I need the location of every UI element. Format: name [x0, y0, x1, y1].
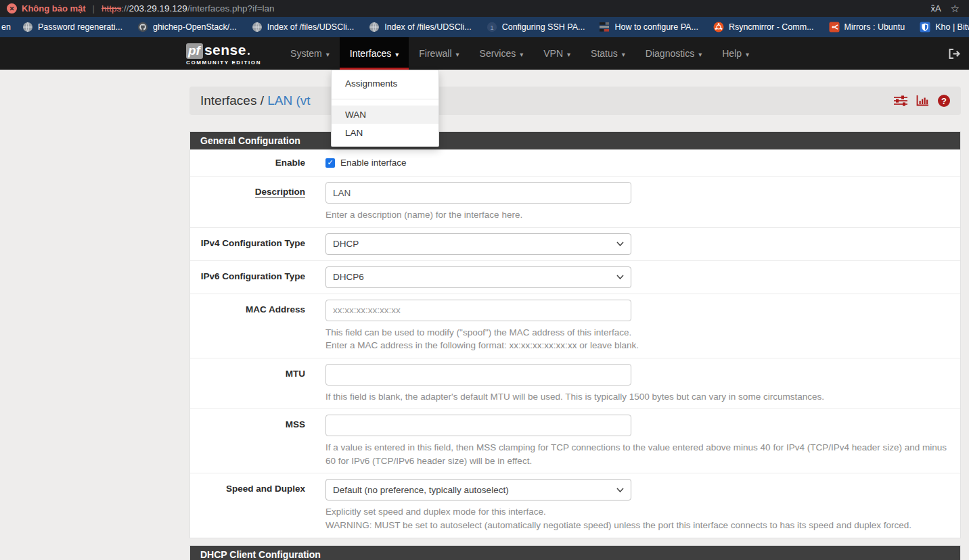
checkbox-label[interactable]: Enable interface [340, 158, 407, 168]
ipv6-configuration-type-select[interactable]: DHCP6 [325, 266, 631, 288]
nav-label: Diagnostics [646, 48, 694, 59]
sliders-icon[interactable] [894, 95, 907, 106]
chevron-down-icon: ▾ [326, 51, 330, 58]
mac-address-row: MAC Address This field can be used to mo… [190, 294, 960, 358]
grid-icon [600, 22, 610, 32]
chevron-down-icon: ▾ [456, 51, 459, 58]
browser-address-bar: ✕ Không bảo mật | https://203.29.19.129/… [0, 0, 969, 17]
bookmark-item[interactable]: Password regenerati... [15, 22, 130, 32]
bookmark-item[interactable]: Kho | Bitwarden Web... [912, 22, 969, 32]
field-label: MTU [200, 364, 305, 404]
help-text: Enter a description (name) for the inter… [325, 208, 950, 222]
nav-vpn[interactable]: VPN▾ [533, 37, 581, 70]
ipv6-type-row: IPv6 Configuration Type DHCP6 [190, 261, 960, 294]
info-circle-icon: 1 [487, 22, 497, 32]
bookmark-item[interactable]: Rsyncmirror - Comm... [706, 22, 821, 32]
nav-label: Help [722, 48, 742, 59]
nav-label: Interfaces [350, 48, 391, 59]
mss-row: MSS If a value is entered in this field,… [190, 409, 960, 473]
nav-system[interactable]: System▾ [280, 37, 340, 70]
help-icon[interactable]: ? [938, 95, 950, 107]
description-row: Description Enter a description (name) f… [190, 177, 960, 228]
url-slashes: :// [121, 3, 129, 14]
not-secure-icon[interactable]: ✕ [7, 3, 17, 14]
mac-address-input[interactable] [325, 300, 631, 321]
description-input[interactable] [325, 182, 631, 204]
pfsense-logo[interactable]: pf sense COMMUNITY EDITION [186, 37, 261, 70]
bookmark-item[interactable]: ghichep-OpenStack/... [130, 22, 244, 32]
menu-divider [332, 99, 438, 99]
bookmark-label: Password regenerati... [38, 22, 122, 32]
field-label: Description [255, 187, 305, 198]
url-host: 203.29.19.129 [129, 3, 187, 14]
nav-label: Status [591, 48, 618, 59]
bookmark-label: Index of /files/UDSCli... [384, 22, 472, 32]
bookmark-item[interactable]: Index of /files/UDSCli... [244, 22, 362, 32]
github-icon [137, 22, 148, 32]
select-value: Default (no preference, typically autose… [333, 485, 509, 495]
ubuntu-mirrors-icon [829, 22, 840, 32]
globe-icon [369, 22, 380, 32]
bookmark-item[interactable]: Mirrors : Ubuntu [821, 22, 913, 32]
bookmark-star-icon[interactable]: ☆ [951, 3, 960, 15]
bookmark-item[interactable]: en [0, 22, 15, 32]
chevron-down-icon: ▾ [622, 51, 625, 58]
field-label: MAC Address [200, 300, 305, 352]
page-content: Interfaces / LAN (vt ? General Configura… [0, 70, 969, 560]
logo-dot [248, 53, 250, 55]
breadcrumb-section: Interfaces / [200, 93, 264, 108]
mtu-input[interactable] [325, 364, 631, 386]
chevron-down-icon: ▾ [746, 51, 749, 58]
url-text[interactable]: https://203.29.19.129/interfaces.php?if=… [102, 3, 275, 14]
bookmark-label: Rsyncmirror - Comm... [729, 22, 814, 32]
bar-chart-icon[interactable] [916, 95, 929, 106]
menu-item-assignments[interactable]: Assignments [332, 74, 438, 93]
menu-item-lan[interactable]: LAN [332, 124, 438, 142]
svg-text:1: 1 [490, 24, 493, 31]
panel-title: DHCP Client Configuration [190, 546, 960, 560]
nav-services[interactable]: Services▾ [470, 37, 534, 70]
logout-button[interactable] [948, 37, 961, 70]
nav-help[interactable]: Help▾ [712, 37, 759, 70]
mtu-row: MTU If this field is blank, the adapter'… [190, 358, 960, 410]
breadcrumb: Interfaces / LAN (vt ? [189, 87, 961, 115]
chevron-down-icon [616, 488, 624, 492]
bookmarks-bar: en Password regenerati... ghichep-OpenSt… [0, 17, 969, 37]
select-value: DHCP [333, 239, 359, 249]
security-warning[interactable]: Không bảo mật [22, 3, 86, 14]
translate-icon[interactable]: x̂A [930, 3, 941, 14]
help-text: Enter a MAC address in the following for… [325, 340, 639, 350]
enable-interface-checkbox[interactable]: ✓ [325, 158, 335, 168]
bookmark-label: Mirrors : Ubuntu [844, 22, 905, 32]
breadcrumb-current-link[interactable]: LAN (vt [267, 93, 310, 108]
bookmark-label: Index of /files/UDSCli... [267, 22, 355, 32]
speed-duplex-select[interactable]: Default (no preference, typically autose… [325, 479, 631, 500]
logo-sense-text: sense [204, 42, 246, 58]
help-text: If this field is blank, the adapter's de… [325, 390, 950, 404]
enable-row: Enable ✓ Enable interface [190, 149, 960, 177]
url-scheme: https [102, 3, 121, 14]
pfsense-navbar: pf sense COMMUNITY EDITION System▾ Inter… [0, 37, 969, 70]
bookmark-label: en [1, 22, 11, 32]
field-label: Speed and Duplex [200, 479, 305, 532]
bookmark-label: Configuring SSH PA... [502, 22, 585, 32]
chevron-down-icon [616, 241, 624, 246]
bookmark-item[interactable]: Index of /files/UDSCli... [361, 22, 479, 32]
dhcp-client-configuration-panel: DHCP Client Configuration Options Advanc… [189, 545, 961, 560]
bitwarden-shield-icon [920, 22, 930, 32]
globe-icon [252, 22, 263, 32]
select-value: DHCP6 [333, 272, 364, 282]
nav-firewall[interactable]: Firewall▾ [409, 37, 469, 70]
nav-status[interactable]: Status▾ [581, 37, 635, 70]
chevron-down-icon: ▾ [698, 51, 702, 58]
general-configuration-panel: General Configuration Enable ✓ Enable in… [189, 131, 961, 538]
nav-interfaces[interactable]: Interfaces▾ [340, 37, 409, 70]
mss-input[interactable] [325, 415, 631, 436]
menu-item-wan[interactable]: WAN [332, 106, 438, 124]
ipv4-configuration-type-select[interactable]: DHCP [325, 233, 631, 255]
nav-label: VPN [543, 48, 563, 59]
nav-diagnostics[interactable]: Diagnostics▾ [635, 37, 712, 70]
bookmark-item[interactable]: How to configure PA... [592, 22, 705, 32]
globe-icon [22, 22, 33, 32]
bookmark-item[interactable]: 1 Configuring SSH PA... [479, 22, 593, 32]
